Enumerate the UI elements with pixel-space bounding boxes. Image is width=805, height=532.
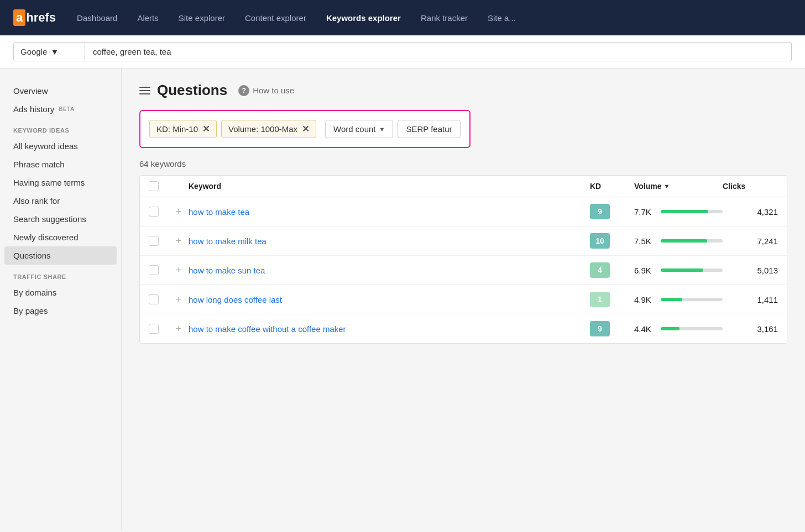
table-row: + how to make sun tea 4 6.9K 5,013: [140, 256, 787, 285]
logo-a: a: [13, 9, 25, 26]
kd-badge: 1: [590, 292, 610, 307]
row-checkbox[interactable]: [149, 265, 159, 275]
th-kd: KD: [590, 182, 634, 191]
nav-dashboard[interactable]: Dashboard: [69, 9, 125, 27]
clicks-value: 1,411: [723, 295, 778, 304]
volume-cell: 4.4K: [634, 324, 723, 334]
main-content: Questions ? How to use KD: Min-10 ✕ Volu…: [122, 69, 805, 530]
keyword-link[interactable]: how to make coffee without a coffee make…: [189, 324, 590, 334]
main-layout: Overview Ads history BETA KEYWORD IDEAS …: [0, 69, 805, 530]
nav-site-audit[interactable]: Site a...: [480, 9, 524, 27]
kd-badge: 9: [590, 321, 610, 336]
nav-site-explorer[interactable]: Site explorer: [171, 9, 233, 27]
sidebar-item-questions[interactable]: Questions: [4, 246, 117, 265]
beta-badge: BETA: [59, 106, 74, 112]
nav-content-explorer[interactable]: Content explorer: [237, 9, 314, 27]
keywords-table: Keyword KD Volume ▼ Clicks + how to make…: [139, 175, 787, 344]
row-checkbox[interactable]: [149, 236, 159, 246]
volume-cell: 7.5K: [634, 236, 723, 246]
volume-cell: 4.9K: [634, 295, 723, 304]
nav-alerts[interactable]: Alerts: [129, 9, 166, 27]
keyword-link[interactable]: how to make tea: [189, 207, 590, 217]
volume-bar: [661, 210, 723, 213]
engine-label: Google: [20, 47, 47, 56]
sidebar-item-also-rank-for[interactable]: Also rank for: [0, 192, 121, 210]
row-add-icon[interactable]: +: [169, 294, 189, 305]
th-volume[interactable]: Volume ▼: [634, 182, 723, 191]
sidebar-item-having-same-terms[interactable]: Having same terms: [0, 173, 121, 192]
table-row: + how to make tea 9 7.7K 4,321: [140, 197, 787, 227]
chevron-down-icon: ▼: [50, 47, 59, 56]
row-add-icon[interactable]: +: [169, 206, 189, 218]
traffic-share-section-label: TRAFFIC SHARE: [0, 265, 121, 283]
row-checkbox[interactable]: [149, 207, 159, 217]
kd-filter-label: KD: Min-10: [156, 124, 198, 134]
kd-badge: 9: [590, 204, 610, 219]
table-header: Keyword KD Volume ▼ Clicks: [140, 176, 787, 197]
keyword-link[interactable]: how long does coffee last: [189, 295, 590, 304]
word-count-dropdown[interactable]: Word count ▼: [325, 120, 393, 138]
row-add-icon[interactable]: +: [169, 323, 189, 335]
sidebar-item-newly-discovered[interactable]: Newly discovered: [0, 228, 121, 246]
row-add-icon[interactable]: +: [169, 265, 189, 276]
page-title: Questions: [157, 82, 227, 99]
volume-value: 4.4K: [634, 324, 655, 334]
sidebar-item-overview[interactable]: Overview: [0, 82, 121, 100]
row-checkbox[interactable]: [149, 294, 159, 304]
serp-features-button[interactable]: SERP featur: [398, 120, 460, 138]
volume-bar-fill: [661, 268, 703, 272]
nav-keywords-explorer[interactable]: Keywords explorer: [318, 9, 409, 27]
table-row: + how to make milk tea 10 7.5K 7,241: [140, 227, 787, 256]
row-checkbox[interactable]: [149, 324, 159, 334]
kd-filter-chip[interactable]: KD: Min-10 ✕: [149, 120, 217, 138]
engine-select[interactable]: Google ▼: [13, 42, 85, 61]
volume-filter-label: Volume: 1000-Max: [228, 124, 297, 134]
word-count-arrow-icon: ▼: [379, 126, 385, 133]
table-row: + how long does coffee last 1 4.9K 1,411: [140, 285, 787, 314]
volume-filter-close[interactable]: ✕: [302, 125, 309, 134]
clicks-value: 5,013: [723, 266, 778, 275]
filters-row: KD: Min-10 ✕ Volume: 1000-Max ✕ Word cou…: [139, 110, 471, 148]
serp-features-label: SERP featur: [406, 124, 452, 134]
page-header: Questions ? How to use: [139, 82, 787, 99]
keyword-link[interactable]: how to make sun tea: [189, 266, 590, 275]
sidebar-item-phrase-match[interactable]: Phrase match: [0, 155, 121, 173]
clicks-value: 3,161: [723, 324, 778, 334]
volume-cell: 7.7K: [634, 207, 723, 217]
volume-bar-fill: [661, 239, 707, 243]
nav-rank-tracker[interactable]: Rank tracker: [413, 9, 475, 27]
volume-sort-icon: ▼: [664, 183, 670, 189]
volume-bar: [661, 268, 723, 272]
sidebar-item-ads-history[interactable]: Ads history BETA: [0, 100, 121, 118]
keyword-ideas-section-label: KEYWORD IDEAS: [0, 118, 121, 137]
clicks-value: 4,321: [723, 207, 778, 217]
select-all-checkbox[interactable]: [149, 181, 159, 191]
how-to-use-label: How to use: [253, 86, 294, 95]
sidebar-item-search-suggestions[interactable]: Search suggestions: [0, 210, 121, 228]
kd-badge: 10: [590, 233, 610, 249]
top-navigation: a hrefs Dashboard Alerts Site explorer C…: [0, 0, 805, 35]
sidebar-item-by-domains[interactable]: By domains: [0, 283, 121, 302]
keyword-link[interactable]: how to make milk tea: [189, 236, 590, 246]
sidebar-item-all-keyword-ideas[interactable]: All keyword ideas: [0, 137, 121, 155]
help-icon: ?: [238, 85, 249, 96]
volume-bar-fill: [661, 210, 708, 213]
word-count-label: Word count: [333, 124, 375, 134]
table-row: + how to make coffee without a coffee ma…: [140, 314, 787, 343]
th-keyword: Keyword: [189, 182, 590, 191]
logo-hrefs: hrefs: [26, 10, 56, 25]
volume-value: 6.9K: [634, 266, 655, 275]
kd-badge: 4: [590, 262, 610, 278]
volume-filter-chip[interactable]: Volume: 1000-Max ✕: [221, 120, 316, 138]
sidebar-item-by-pages[interactable]: By pages: [0, 302, 121, 320]
hamburger-icon[interactable]: [139, 87, 150, 94]
volume-bar: [661, 298, 723, 301]
search-input[interactable]: [85, 42, 792, 61]
kd-filter-close[interactable]: ✕: [202, 125, 210, 134]
logo[interactable]: a hrefs: [13, 9, 56, 26]
volume-value: 7.5K: [634, 236, 655, 246]
sidebar: Overview Ads history BETA KEYWORD IDEAS …: [0, 69, 122, 530]
volume-bar: [661, 327, 723, 330]
how-to-use-button[interactable]: ? How to use: [238, 85, 294, 96]
row-add-icon[interactable]: +: [169, 235, 189, 247]
